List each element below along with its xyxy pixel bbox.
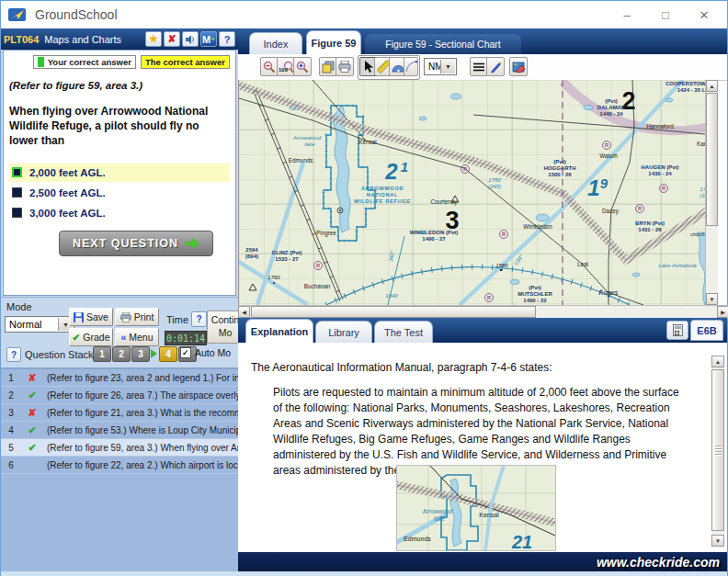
header-help-icon[interactable]: ? [219,31,235,47]
scroll-down-icon[interactable]: ▼ [711,535,724,547]
checkride-logo[interactable]: www.checkride.com [597,555,720,570]
answer-option[interactable]: 2,500 feet AGL. [9,184,230,202]
answer-checkbox[interactable] [12,208,22,218]
scroll-up-icon[interactable]: ▲ [711,356,724,367]
auto-move-checkbox[interactable]: ✓ Auto Mo [180,347,231,358]
map-hscroll-thumb[interactable] [251,306,536,318]
r-circle-label: R [316,263,320,268]
map-label: Kensal [358,139,376,145]
question-row[interactable]: 1✘(Refer to figure 23, area 2 and legend… [1,369,238,387]
maximize-button[interactable]: □ [646,1,685,28]
clear-annotations-button[interactable] [509,57,528,76]
pencil-icon [489,61,502,73]
layers-icon [322,61,335,73]
minimap-label: 21 [511,532,532,551]
annotate-button[interactable] [486,57,505,76]
map-label: HAUGEN (Pvt) [641,164,678,170]
magnifier-minus-icon [263,61,276,73]
print-button[interactable]: Print [115,308,159,326]
answer-option[interactable]: 2,000 feet AGL. [9,164,230,182]
map-label: Wimbledon [523,223,552,230]
stack-button-3[interactable]: 3 [131,346,150,362]
question-number: 6 [5,460,17,470]
answer-checkbox[interactable] [12,187,22,198]
question-row-text: (Refer to figure 21, area 3.) What is th… [47,408,238,418]
question-row[interactable]: 3✘(Refer to figure 21, area 3.) What is … [1,404,238,422]
close-button[interactable]: ✕ [685,1,723,28]
unit-select[interactable]: NM ▼ [424,58,457,75]
question-row-text: (Refer to figure 53.) Where is Loup City… [47,425,238,435]
r-circle-label: R [502,232,506,237]
copy-figure-button[interactable] [319,57,337,76]
map-label: 1440 - 34 [599,111,623,117]
e6b-button[interactable]: E6B [690,320,723,341]
question-row-text: (Refer to figure 22, area 2.) Which airp… [47,460,238,470]
scroll-up-icon[interactable]: ▲ [706,80,718,92]
delete-question-icon[interactable]: ✘ [164,31,180,47]
green-swatch [38,57,44,67]
back-chevrons-icon: « [120,332,126,343]
question-row[interactable]: 6(Refer to figure 22, area 2.) Which air… [1,457,238,474]
scroll-right-icon[interactable]: ▶ [717,306,728,318]
map-label: 1490 - 22 [523,298,547,303]
map-vscrollbar[interactable]: ▲ ▼ [705,80,718,305]
chevron-down-icon[interactable]: ▼ [440,60,455,73]
tab-the-test[interactable]: The Test [374,321,433,343]
tab-library[interactable]: Library [315,321,372,343]
curve-tool-button[interactable] [404,57,418,76]
map-label: Courtenay [430,198,458,206]
floppy-icon [74,312,84,322]
map-label: 1780 [488,177,501,183]
line-width-button[interactable] [470,57,488,76]
time-help-icon[interactable]: ? [191,311,207,327]
zoom-actual-button[interactable]: 100 [277,57,295,76]
favorite-star-icon[interactable]: ★ [145,31,162,47]
next-question-button[interactable]: NEXT QUESTION [59,231,213,256]
r-circle-label: R [487,295,491,300]
map-hscrollbar[interactable]: ◀ ▶ [238,305,728,319]
map-label: 1 [401,159,408,175]
zoom-out-button[interactable] [260,57,279,76]
tab-index[interactable]: Index [249,32,302,54]
audio-icon[interactable] [182,31,199,47]
question-row[interactable]: 4✔(Refer to figure 53.) Where is Loup Ci… [1,422,238,439]
correct-icon: ✔ [17,424,47,436]
minimize-button[interactable]: – [608,1,646,28]
mode-select[interactable]: Normal ▼ [5,316,74,333]
answer-label: 2,000 feet AGL. [29,167,106,178]
explanation-vscroll-thumb[interactable] [711,369,724,531]
sectional-chart[interactable]: RRRRRRR 232119(Pvt)DALAMAR1440 - 34COOPE… [239,80,718,305]
stack-help-icon[interactable]: ? [6,347,21,362]
tab-explanation[interactable]: Explanation [245,319,313,343]
map-label: 1533 - 27 [275,256,299,262]
question-row[interactable]: 5✔(Refer to figure 59, area 3.) When fly… [1,439,238,457]
tab-figure-59-sectional-chart[interactable]: Figure 59 - Sectional Chart [365,34,521,54]
marker-icon[interactable]: M+ [200,31,217,47]
print-figure-button[interactable] [336,57,354,76]
minimap-label: lake [434,515,445,522]
question-row[interactable]: 2✔(Refer to figure 26, area 7.) The airs… [1,387,238,404]
question-list: 1✘(Refer to figure 23, area 2 and legend… [1,367,238,575]
map-vscroll-thumb[interactable] [706,93,718,226]
scroll-down-icon[interactable]: ▼ [706,293,718,305]
answer-option[interactable]: 3,000 feet AGL. [9,204,230,222]
map-label: WIMBLEDON (Pvt) [410,230,459,235]
explanation-vscrollbar[interactable]: ▲ ▼ [711,356,724,547]
save-button[interactable]: Save [69,308,113,326]
titlebar: GroundSchool – □ ✕ [1,1,727,28]
zoom-in-button[interactable] [293,57,312,76]
scroll-left-icon[interactable]: ◀ [238,306,250,318]
sectional-chart-viewport[interactable]: RRRRRRR 232119(Pvt)DALAMAR1440 - 34COOPE… [238,80,718,305]
question-number: 5 [5,443,17,453]
stack-button-1[interactable]: 1 [93,346,111,362]
stack-button-2[interactable]: 2 [112,346,131,362]
tab-figure-59[interactable]: Figure 59 [306,30,361,54]
calculator-button[interactable] [666,321,688,340]
wrong-icon: ✘ [17,407,47,419]
map-label: Edmunds [289,157,313,164]
answer-checkbox[interactable] [12,167,22,177]
stack-button-4[interactable]: 4 [159,346,177,362]
map-label: (Pvt) [529,285,540,290]
map-label: (Pvt) [605,98,617,104]
map-toolbar: 100 [238,54,727,81]
